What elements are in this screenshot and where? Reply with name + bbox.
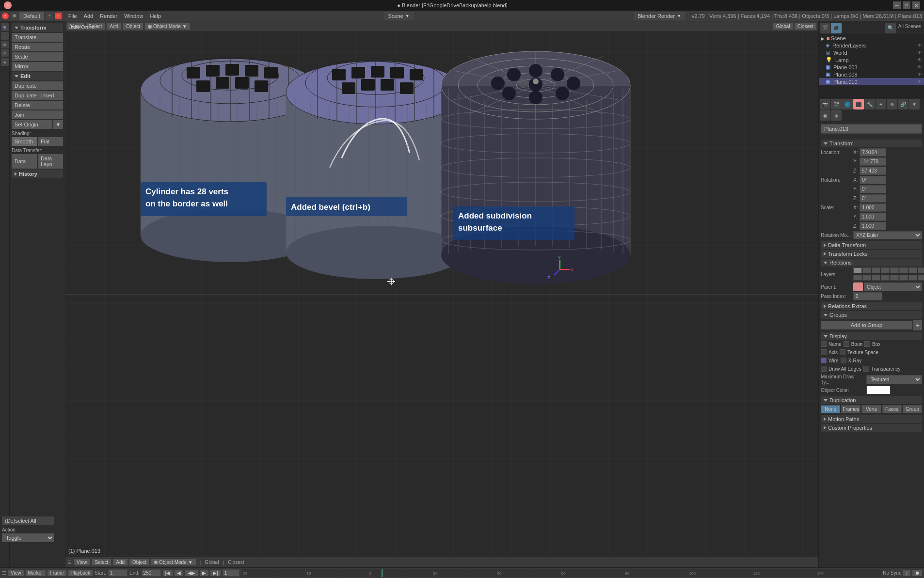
cb-box[interactable] xyxy=(864,341,870,347)
draw-type-select[interactable]: Textured xyxy=(866,375,922,384)
layer-17[interactable] xyxy=(908,275,917,281)
outline-lamp[interactable]: 💡 Lamp 👁 xyxy=(819,56,924,63)
cb-wire[interactable] xyxy=(821,358,827,363)
tl-start-field[interactable] xyxy=(108,569,127,577)
delete-button[interactable]: Delete xyxy=(12,101,63,109)
outline-world[interactable]: ◎ World 👁 xyxy=(819,49,924,56)
rotate-button[interactable]: Rotate xyxy=(12,43,63,51)
tl-icon[interactable]: ☰ xyxy=(2,570,6,576)
props-icon-object2[interactable]: ⬛ xyxy=(853,99,864,109)
menu-help[interactable]: Help xyxy=(147,12,164,20)
duplicate-button[interactable]: Duplicate xyxy=(12,81,63,90)
props-content[interactable]: Transform Location: X: Y: Z: xyxy=(819,138,924,567)
props-icon-material[interactable]: ◉ xyxy=(820,110,830,121)
scale-z-field[interactable] xyxy=(860,222,886,230)
layer-6[interactable] xyxy=(899,267,908,273)
default-layout[interactable]: Default xyxy=(19,12,44,20)
cb-boun[interactable] xyxy=(844,341,849,347)
layer-1[interactable] xyxy=(853,267,862,273)
timeline-ruler[interactable]: -20 -10 0 20 40 60 80 100 120 140 xyxy=(241,569,881,577)
duplicate-linked-button[interactable]: Duplicate Linked xyxy=(12,91,63,100)
menu-file[interactable]: File xyxy=(65,12,80,20)
vp-bottom-view[interactable]: View xyxy=(74,559,90,565)
dup-group-btn[interactable]: Group xyxy=(903,405,922,413)
render-engine-selector[interactable]: Blender Render ▼ xyxy=(634,12,685,20)
cb-texturespace[interactable] xyxy=(840,349,845,355)
scene-selector[interactable]: Scene ▼ xyxy=(384,12,413,20)
tl-next-frame-btn[interactable]: ▶| xyxy=(210,570,221,576)
relations-extras-header[interactable]: Relations Extras xyxy=(821,302,922,310)
tl-frame-btn[interactable]: Frame xyxy=(48,570,66,576)
viewport[interactable]: View Select Add Object Object Mode ▼ Glo… xyxy=(65,21,818,567)
close-button[interactable]: ✕ xyxy=(912,1,920,9)
transform-section-header[interactable]: Transform xyxy=(12,23,63,32)
prop-icon-search[interactable]: 🔍 xyxy=(885,23,896,33)
outline-plane003[interactable]: ▣ Plane.003 👁 xyxy=(819,63,924,71)
vp-bottom-select[interactable]: Select xyxy=(92,559,112,565)
tl-play-back-btn[interactable]: ◀▶ xyxy=(185,570,198,576)
vp-object-btn[interactable]: Object xyxy=(123,23,143,30)
dup-frames-btn[interactable]: Frames xyxy=(841,405,860,413)
pass-index-field[interactable] xyxy=(853,292,882,300)
edit-section-header[interactable]: Edit xyxy=(12,72,63,80)
props-icon-scene2[interactable]: 🎬 xyxy=(831,99,842,109)
props-icon-constraints[interactable]: 🔗 xyxy=(898,99,908,109)
object-color-swatch[interactable] xyxy=(866,386,891,394)
toolbar-icon-4[interactable]: ⟲ xyxy=(1,49,9,57)
viewport-svg[interactable]: Cylinder has 28 verts on the border as w… xyxy=(65,32,818,557)
join-button[interactable]: Join xyxy=(12,110,63,119)
layer-3[interactable] xyxy=(872,267,880,273)
vp-mode-selector-bottom[interactable]: Object Mode ▼ xyxy=(151,559,196,565)
dup-verts-btn[interactable]: Verts xyxy=(861,405,881,413)
translate-button[interactable]: Translate xyxy=(12,33,63,42)
dup-none-btn[interactable]: None xyxy=(821,405,840,413)
cb-transparency[interactable] xyxy=(863,366,869,372)
props-icon-physics[interactable]: ⊕ xyxy=(887,99,897,109)
cb-xray[interactable] xyxy=(841,358,846,363)
data-button[interactable]: Data xyxy=(12,154,37,169)
object-name-field[interactable] xyxy=(821,124,922,134)
vp-bottom-add[interactable]: Add xyxy=(113,559,127,565)
layer-4[interactable] xyxy=(881,267,890,273)
rot-y-field[interactable] xyxy=(860,185,886,193)
tl-view-btn[interactable]: View xyxy=(8,570,24,576)
vp-bottom-object[interactable]: Object xyxy=(129,559,149,565)
menu-window[interactable]: Window xyxy=(121,12,146,20)
props-icon-render[interactable]: 📷 xyxy=(820,99,830,109)
cb-name[interactable] xyxy=(821,341,827,347)
window-controls[interactable]: ─ □ ✕ xyxy=(893,1,920,9)
motion-paths-header[interactable]: Motion Paths xyxy=(821,415,922,423)
toolbar-icon-3[interactable]: ⊞ xyxy=(1,41,9,48)
prop-icon-object[interactable]: ⬛ xyxy=(831,23,842,33)
outline-plane008[interactable]: ▣ Plane.008 👁 xyxy=(819,71,924,78)
layer-12[interactable] xyxy=(862,275,871,281)
layer-15[interactable] xyxy=(890,275,899,281)
groups-section-header[interactable]: Groups xyxy=(821,311,922,319)
action-select[interactable]: Toggle xyxy=(10,533,54,542)
rotation-mode-select[interactable]: XYZ Euler xyxy=(853,231,922,239)
layer-2[interactable] xyxy=(862,267,871,273)
scale-x-field[interactable] xyxy=(860,203,886,212)
dup-faces-btn[interactable]: Faces xyxy=(882,405,902,413)
layer-13[interactable] xyxy=(872,275,880,281)
add-to-group-button[interactable]: Add to Group xyxy=(821,321,912,329)
vp-global-btn[interactable]: Global xyxy=(773,23,793,30)
tl-playback-btn[interactable]: Playback xyxy=(68,570,93,576)
menu-render[interactable]: Render xyxy=(97,12,120,20)
smooth-button[interactable]: Smooth xyxy=(12,137,37,146)
set-origin-menu[interactable]: ▼ xyxy=(53,120,63,129)
layer-18[interactable] xyxy=(918,275,924,281)
deselect-all-button[interactable]: (De)select All xyxy=(10,516,54,525)
prop-icon-scene[interactable]: 🎬 xyxy=(820,23,830,33)
display-section-header[interactable]: Display xyxy=(821,332,922,340)
tl-anim-btn[interactable]: ⏺ xyxy=(912,570,922,576)
tl-current-frame[interactable] xyxy=(223,569,239,577)
add-group-plus-button[interactable]: + xyxy=(913,320,922,330)
tl-marker-btn[interactable]: Marker xyxy=(26,570,46,576)
outline-plane010[interactable]: ▣ Plane.010 👁 xyxy=(819,78,924,85)
props-icon-texture[interactable]: ◈ xyxy=(831,110,842,121)
parent-select[interactable]: Object xyxy=(864,282,922,291)
layer-8[interactable] xyxy=(918,267,924,273)
mirror-button[interactable]: Mirror xyxy=(12,62,63,71)
layer-7[interactable] xyxy=(908,267,917,273)
